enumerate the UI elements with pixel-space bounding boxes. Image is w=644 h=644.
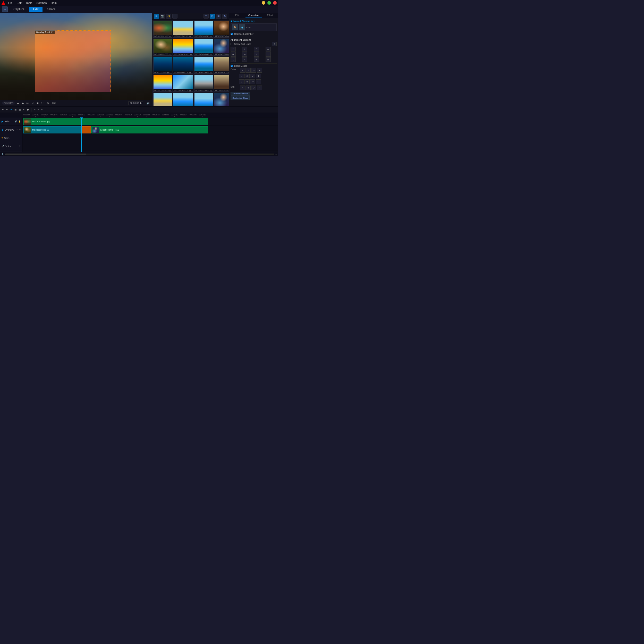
menu-settings[interactable]: Settings: [36, 1, 47, 4]
media-btn-text[interactable]: T: [172, 14, 177, 19]
tl-add-media[interactable]: +: [22, 108, 25, 111]
tl-split[interactable]: ✂: [10, 108, 13, 111]
eyedropper-btn[interactable]: 💧: [239, 24, 245, 30]
tab-edit[interactable]: Edit: [29, 7, 43, 12]
overlay-clip-1[interactable]: IMG963267359.jpg: [23, 126, 81, 133]
media-thumb-item[interactable]: IMG13454048462.jpg: [194, 39, 213, 56]
media-thumb-item[interactable]: IMG25213576613.jpg: [153, 75, 172, 92]
align-center-v[interactable]: ↕: [254, 52, 259, 57]
enter-dir-10[interactable]: ⊗: [244, 79, 250, 84]
align-distrib-h[interactable]: ⊞: [254, 57, 259, 62]
zoom-bar[interactable]: [5, 154, 274, 155]
media-thumb-item[interactable]: IMG16001321610.jpg: [194, 93, 213, 106]
media-thumb-item[interactable]: IMG25029794422.jpg: [194, 75, 213, 92]
show-grid-option[interactable]: Show Grid Lines ⚙: [231, 42, 277, 46]
home-button[interactable]: ⌂: [2, 6, 8, 12]
tab-share[interactable]: Share: [43, 7, 60, 12]
prev-frame-button[interactable]: ⏮: [16, 101, 20, 105]
view-list-btn[interactable]: ☰: [204, 14, 209, 19]
menu-tools[interactable]: Tools: [25, 1, 33, 4]
minimize-button[interactable]: [262, 1, 265, 5]
media-thumb-item[interactable]: IMG20099561125.jpg: [173, 21, 193, 38]
align-top-center[interactable]: ⬆: [242, 47, 247, 52]
enter-dir-4[interactable]: ➡: [257, 68, 262, 73]
menu-edit[interactable]: Edit: [16, 1, 22, 4]
right-tab-edit[interactable]: Edit: [229, 13, 245, 18]
media-thumb-item[interactable]: IMG20220521057.jpg: [153, 21, 172, 38]
media-thumb-item[interactable]: IMG12507680581.jpg: [194, 21, 213, 38]
media-thumb-item[interactable]: IMG1390357-335.jpg: [153, 39, 172, 56]
tab-capture[interactable]: Capture: [9, 7, 29, 12]
media-thumb-item[interactable]: IMG14540354492.jpg: [194, 57, 213, 74]
enter-dir-6[interactable]: ⊕: [244, 74, 250, 78]
view-large-btn[interactable]: ⊞: [216, 14, 221, 19]
grid-settings-btn[interactable]: ⚙: [272, 42, 277, 46]
tl-redo[interactable]: ↪: [6, 108, 9, 111]
align-bottom-center[interactable]: ⬇: [242, 57, 247, 62]
sort-btn[interactable]: ⇅: [222, 14, 227, 19]
enter-dir-5[interactable]: ⬅: [239, 74, 244, 78]
overlay-track-eye[interactable]: 👁: [19, 129, 21, 131]
media-thumb-item[interactable]: IMG25090174044.jpg: [214, 21, 229, 38]
video-track-mute[interactable]: 🔊: [15, 120, 17, 123]
overlay-clip-transition[interactable]: [81, 126, 91, 133]
zoom-plus[interactable]: +: [275, 153, 277, 156]
media-thumb-item[interactable]: IMG411225745.jpg: [153, 57, 172, 74]
exit-dir-4[interactable]: ➡: [257, 86, 262, 90]
fullscreen-button[interactable]: ⛶: [41, 101, 45, 105]
stop-button[interactable]: ⏹: [36, 101, 39, 105]
project-label[interactable]: Project▼: [2, 101, 15, 105]
media-btn-fx[interactable]: ✨: [166, 14, 171, 19]
advanced-motion-btn[interactable]: Advanced Motion: [231, 92, 250, 96]
media-thumb-item[interactable]: IMG134344741457.jpg: [173, 39, 193, 56]
tl-zoom-in[interactable]: +: [37, 108, 40, 111]
media-thumb-item[interactable]: IMG132442400901.jpg: [173, 93, 193, 106]
close-button[interactable]: [273, 1, 277, 5]
tl-snap[interactable]: ⊳: [33, 108, 36, 111]
media-thumb-item[interactable]: IMG16019793901.jpg: [214, 75, 229, 92]
align-bottom-right[interactable]: ⌟: [266, 52, 271, 57]
media-thumb-item[interactable]: IMG15089629770.jpg: [173, 75, 193, 92]
enter-dir-9[interactable]: ↘: [239, 79, 244, 84]
tl-ripple[interactable]: ⊞: [14, 108, 17, 111]
tl-zoom-out[interactable]: −: [41, 108, 43, 111]
media-btn-library[interactable]: ⊞: [154, 14, 159, 19]
voice-track-vol[interactable]: ▼: [19, 145, 21, 147]
replace-filter-checkbox[interactable]: ✓: [231, 33, 233, 35]
right-tab-effect[interactable]: Effect: [262, 13, 278, 18]
media-thumb-item[interactable]: IMG44008009774.jpg: [173, 57, 193, 74]
maximize-button[interactable]: [267, 1, 271, 5]
customize-slider-btn[interactable]: Customize Slider: [231, 96, 250, 100]
settings-button[interactable]: ⚙: [46, 101, 49, 105]
tl-multitrack[interactable]: ☰: [18, 108, 21, 111]
show-grid-checkbox[interactable]: [231, 43, 233, 45]
exit-dir-1[interactable]: ↖: [240, 86, 245, 90]
replace-filter-option[interactable]: ✓ Replace Last Filter: [231, 33, 277, 35]
video-clip[interactable]: IMG14061D318.jpg: [23, 118, 208, 125]
overlay-clip-2[interactable]: IMG2500874044.jpg: [91, 126, 208, 133]
loop-button[interactable]: ↩: [31, 101, 34, 105]
media-thumb-item[interactable]: IMG40780781598.jpg: [214, 57, 229, 74]
color-picker-btn[interactable]: 🎨: [232, 24, 238, 30]
right-tab-correction[interactable]: Correction: [245, 13, 262, 18]
menu-file[interactable]: File: [7, 1, 13, 4]
tl-undo[interactable]: ↩: [2, 108, 5, 111]
align-bottom-left[interactable]: ⌞: [231, 57, 236, 62]
next-frame-button[interactable]: ⏭: [26, 101, 30, 105]
align-right[interactable]: ➡: [266, 47, 271, 52]
media-thumb-item[interactable]: IMG16213747445.jpg: [153, 93, 172, 106]
basic-motion-option[interactable]: ✓ Basic Motion: [231, 65, 277, 67]
enter-dir-2[interactable]: ⬆: [245, 68, 251, 73]
overlay-track-settings[interactable]: ≡: [16, 129, 18, 131]
enter-dir-8[interactable]: ⬇: [256, 74, 261, 78]
enter-dir-12[interactable]: ↪: [256, 79, 261, 84]
align-top-right[interactable]: ⌝: [254, 47, 259, 52]
video-track-lock[interactable]: 🔒: [18, 120, 21, 123]
enter-dir-1[interactable]: ↖: [240, 68, 245, 73]
enter-dir-11[interactable]: ↩: [250, 79, 255, 84]
media-btn-capture[interactable]: 📷: [160, 14, 165, 19]
align-top-left[interactable]: ⌜: [231, 47, 236, 52]
view-grid-btn[interactable]: ⊟: [210, 14, 215, 19]
play-button[interactable]: ▶: [21, 101, 24, 105]
playhead[interactable]: [81, 117, 82, 152]
